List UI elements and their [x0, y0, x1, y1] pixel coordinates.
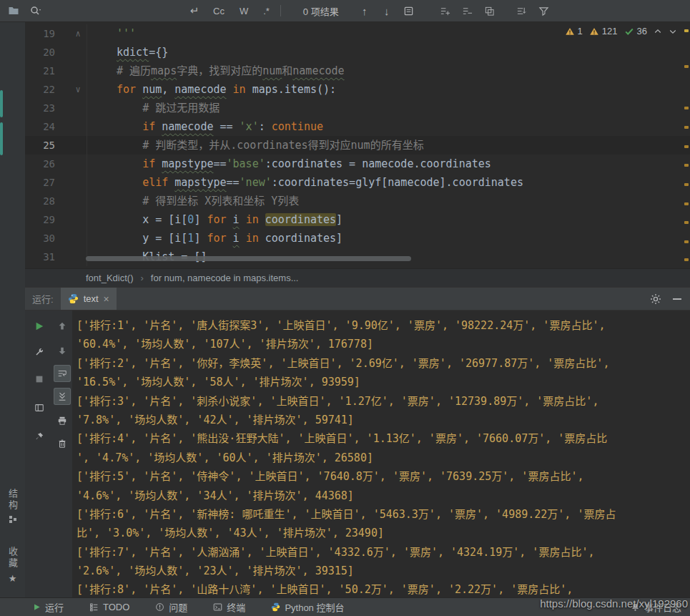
run-tab-text[interactable]: text ×	[61, 288, 117, 310]
line-number: 29	[25, 210, 55, 229]
check-icon	[624, 26, 634, 36]
editor-line-27[interactable]: 27 elif mapstype=='new':coordinates=glyf…	[25, 173, 690, 192]
statusbar-item-python-console[interactable]: Python 控制台	[271, 600, 344, 614]
sidebar-item-favorites[interactable]: 收藏 ★	[0, 547, 25, 584]
search-input[interactable]	[50, 2, 180, 19]
statusbar-todo-label: TODO	[103, 602, 129, 612]
statusbar-item-terminal[interactable]: 终端	[213, 600, 245, 614]
code-text: # 跳过无用数据	[87, 99, 220, 117]
stripe-change-marker	[0, 90, 3, 117]
weak-warning-count: 1	[578, 26, 583, 36]
warning-count: 121	[602, 26, 618, 36]
editor-line-24[interactable]: 24 if namecode == 'x': continue	[25, 117, 690, 136]
horizontal-scrollbar[interactable]	[86, 256, 411, 261]
editor-line-30[interactable]: 30 y = [i[1] for i in coordinates]	[25, 229, 690, 248]
statusbar-run-label: 运行	[45, 600, 64, 614]
stripe-warning-mark	[684, 65, 689, 68]
print-icon[interactable]	[54, 412, 71, 429]
newline-toggle-icon[interactable]: ↵	[187, 3, 202, 19]
inspections-widget[interactable]: 1 121 36	[565, 26, 677, 36]
breadcrumb-item-function[interactable]: font_Kdict()	[86, 273, 133, 283]
editor-line-25[interactable]: 25 # 判断类型，并从.coordinates得到对应num的所有坐标	[25, 136, 690, 155]
run-panel-label: 运行:	[32, 292, 54, 305]
trash-icon[interactable]	[54, 435, 71, 452]
fold-marker-icon[interactable]: ∨	[69, 80, 87, 99]
run-panel-controls	[650, 293, 690, 305]
search-history-icon[interactable]	[28, 3, 44, 19]
editor-line-29[interactable]: 29 x = [i[0] for i in coordinates]	[25, 210, 690, 229]
scroll-to-end-icon[interactable]	[54, 388, 71, 405]
line-number: 24	[25, 117, 55, 136]
error-stripe[interactable]	[684, 22, 690, 268]
sidebar-item-structure[interactable]: 结构	[0, 489, 25, 524]
rerun-button[interactable]	[31, 318, 48, 335]
console-line: ', '4.7%', '场均人数', '60人', '排片场次', 26580]	[77, 449, 690, 467]
next-match-icon[interactable]: ↓	[379, 3, 395, 19]
console-line: ['排行:2', '片名', '你好，李焕英', '上映首日', '2.69亿'…	[77, 354, 690, 373]
pin-icon[interactable]	[31, 428, 48, 445]
match-case-toggle[interactable]: Cc	[209, 4, 229, 19]
statusbar-item-todo[interactable]: TODO	[89, 602, 129, 612]
editor-line-23[interactable]: 23 # 跳过无用数据	[25, 99, 690, 117]
previous-match-icon[interactable]: ↑	[357, 3, 373, 19]
fold-marker-icon[interactable]: ∧	[69, 24, 87, 43]
fold-spacer	[69, 136, 87, 155]
prev-problem-icon[interactable]	[654, 27, 662, 36]
fold-spacer	[69, 173, 87, 192]
editor-line-21[interactable]: 21# 遍历maps字典，找到对应的num和namecode	[25, 62, 690, 80]
stripe-warning-mark	[684, 29, 689, 32]
fold-spacer	[69, 117, 87, 136]
problems-icon	[155, 602, 164, 612]
star-icon: ★	[9, 573, 17, 584]
structure-icon	[9, 515, 17, 524]
statusbar-item-run[interactable]: 运行	[33, 600, 64, 614]
soft-wrap-toggle-icon[interactable]	[54, 365, 71, 382]
fold-spacer	[69, 155, 87, 173]
down-stack-icon[interactable]	[54, 342, 71, 359]
open-in-find-window-icon[interactable]	[401, 3, 417, 19]
regex-toggle[interactable]: .*	[259, 4, 274, 19]
toolbar-divider	[280, 5, 281, 16]
console-output[interactable]: ['排行:1', '片名', '唐人街探案3', '上映首日', '9.90亿'…	[72, 311, 690, 603]
statusbar-item-problems[interactable]: 问题	[155, 600, 187, 614]
stop-button[interactable]	[31, 371, 48, 388]
whole-words-toggle[interactable]: W	[235, 4, 252, 19]
next-problem-icon[interactable]	[669, 27, 677, 36]
breadcrumb-item-member[interactable]: for num, namecode in maps.items...	[151, 273, 299, 283]
code-text: kdict={}	[87, 43, 168, 62]
line-number: 26	[25, 155, 55, 173]
stripe-warning-mark	[684, 145, 689, 148]
hide-panel-icon[interactable]	[673, 298, 681, 300]
statusbar-problems-label: 问题	[169, 600, 187, 614]
add-selection-icon[interactable]	[438, 3, 453, 19]
project-folder-icon[interactable]	[6, 3, 21, 19]
editor-line-28[interactable]: 28 # 得到坐标 X列表和坐标 Y列表	[25, 192, 690, 210]
editor-line-22[interactable]: 22∨for num, namecode in maps.items():	[25, 80, 690, 99]
editor-line-20[interactable]: 20kdict={}	[25, 43, 690, 62]
run-tab-title: text	[84, 293, 99, 304]
close-tab-icon[interactable]: ×	[104, 293, 109, 305]
code-text: for num, namecode in maps.items():	[87, 80, 336, 99]
left-tool-stripe: 结构 收藏 ★	[0, 22, 25, 597]
filter-lines-icon[interactable]	[514, 3, 530, 19]
up-stack-icon[interactable]	[54, 318, 71, 335]
editor-line-26[interactable]: 26 if mapstype=='base':coordinates = nam…	[25, 155, 690, 173]
passed-group: 36	[624, 26, 647, 36]
find-toolbar: ↵ Cc W .* 0 项结果 ↑ ↓	[0, 0, 690, 22]
code-text: x = [i[0] for i in coordinates]	[87, 210, 342, 229]
select-all-occurrences-icon[interactable]	[482, 3, 498, 19]
line-number: 30	[25, 229, 55, 248]
terminal-icon	[213, 602, 222, 612]
gear-icon[interactable]	[650, 293, 661, 305]
ide-window: ↵ Cc W .* 0 项结果 ↑ ↓ 结构	[0, 0, 690, 616]
code-editor[interactable]: 19∧'''20kdict={}21# 遍历maps字典，找到对应的num和na…	[25, 22, 690, 268]
restore-layout-icon[interactable]	[31, 399, 48, 416]
stripe-warning-mark	[684, 221, 689, 224]
wrench-icon[interactable]	[31, 343, 48, 361]
breadcrumb-separator-icon: ›	[140, 273, 143, 283]
search-filter-icon[interactable]	[536, 3, 552, 19]
code-text: '''	[87, 24, 136, 43]
console-line: ['排行:5', '片名', '侍神令', '上映首日', '7640.8万',…	[77, 467, 690, 486]
console-line: '2.6%', '场均人数', '23人', '排片场次', 39315]	[77, 562, 690, 580]
remove-selection-icon[interactable]	[460, 3, 475, 19]
